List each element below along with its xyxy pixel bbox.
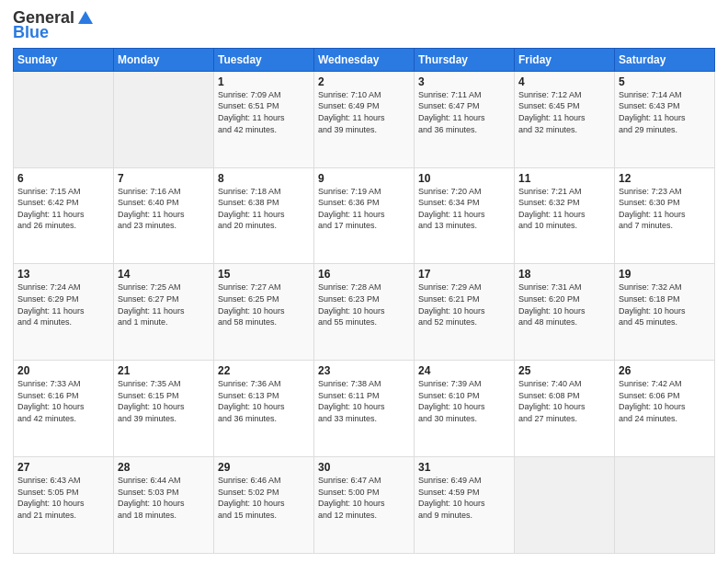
day-number: 18 [518, 268, 610, 281]
day-info: Sunrise: 7:15 AM Sunset: 6:42 PM Dayligh… [17, 186, 109, 232]
day-info: Sunrise: 7:16 AM Sunset: 6:40 PM Dayligh… [118, 186, 210, 232]
day-info: Sunrise: 7:31 AM Sunset: 6:20 PM Dayligh… [518, 282, 610, 327]
day-cell [114, 71, 214, 167]
day-info: Sunrise: 7:09 AM Sunset: 6:51 PM Dayligh… [218, 89, 310, 135]
day-number: 25 [518, 364, 610, 377]
day-number: 14 [118, 268, 210, 281]
day-info: Sunrise: 7:11 AM Sunset: 6:47 PM Dayligh… [418, 89, 510, 135]
day-number: 6 [17, 172, 109, 185]
day-cell: 24Sunrise: 7:39 AM Sunset: 6:10 PM Dayli… [415, 361, 515, 457]
day-info: Sunrise: 6:46 AM Sunset: 5:02 PM Dayligh… [218, 475, 310, 521]
day-info: Sunrise: 7:33 AM Sunset: 6:16 PM Dayligh… [17, 378, 109, 424]
day-number: 10 [418, 172, 510, 185]
day-number: 5 [619, 75, 711, 88]
day-cell: 7Sunrise: 7:16 AM Sunset: 6:40 PM Daylig… [114, 167, 214, 264]
day-number: 30 [318, 461, 410, 474]
calendar-body: 1Sunrise: 7:09 AM Sunset: 6:51 PM Daylig… [14, 71, 715, 553]
weekday-header-wednesday: Wednesday [314, 48, 415, 71]
day-number: 28 [118, 461, 210, 474]
day-cell: 28Sunrise: 6:44 AM Sunset: 5:03 PM Dayli… [114, 457, 214, 554]
day-number: 26 [619, 364, 711, 377]
day-cell: 3Sunrise: 7:11 AM Sunset: 6:47 PM Daylig… [415, 71, 515, 167]
day-info: Sunrise: 7:18 AM Sunset: 6:38 PM Dayligh… [218, 186, 310, 232]
day-number: 11 [518, 172, 610, 185]
day-info: Sunrise: 7:23 AM Sunset: 6:30 PM Dayligh… [619, 186, 711, 232]
day-number: 3 [418, 75, 510, 88]
day-cell: 2Sunrise: 7:10 AM Sunset: 6:49 PM Daylig… [314, 71, 415, 167]
day-cell: 25Sunrise: 7:40 AM Sunset: 6:08 PM Dayli… [515, 361, 615, 457]
day-number: 19 [619, 268, 711, 281]
day-cell: 1Sunrise: 7:09 AM Sunset: 6:51 PM Daylig… [214, 71, 314, 167]
day-info: Sunrise: 7:28 AM Sunset: 6:23 PM Dayligh… [318, 282, 410, 327]
day-cell [615, 457, 715, 554]
day-number: 23 [318, 364, 410, 377]
day-cell: 29Sunrise: 6:46 AM Sunset: 5:02 PM Dayli… [214, 457, 314, 554]
day-info: Sunrise: 7:12 AM Sunset: 6:45 PM Dayligh… [518, 89, 610, 135]
day-cell: 18Sunrise: 7:31 AM Sunset: 6:20 PM Dayli… [515, 264, 615, 361]
day-number: 21 [118, 364, 210, 377]
day-number: 9 [318, 172, 410, 185]
weekday-header-tuesday: Tuesday [214, 48, 314, 71]
day-info: Sunrise: 7:38 AM Sunset: 6:11 PM Dayligh… [318, 378, 410, 424]
day-number: 24 [418, 364, 510, 377]
day-cell: 19Sunrise: 7:32 AM Sunset: 6:18 PM Dayli… [615, 264, 715, 361]
day-number: 27 [17, 461, 109, 474]
header: General Blue [13, 9, 715, 42]
day-info: Sunrise: 7:35 AM Sunset: 6:15 PM Dayligh… [118, 378, 210, 424]
day-cell: 5Sunrise: 7:14 AM Sunset: 6:43 PM Daylig… [615, 71, 715, 167]
week-row-2: 6Sunrise: 7:15 AM Sunset: 6:42 PM Daylig… [14, 167, 715, 264]
day-number: 12 [619, 172, 711, 185]
week-row-5: 27Sunrise: 6:43 AM Sunset: 5:05 PM Dayli… [14, 457, 715, 554]
day-info: Sunrise: 7:19 AM Sunset: 6:36 PM Dayligh… [318, 186, 410, 232]
day-cell: 23Sunrise: 7:38 AM Sunset: 6:11 PM Dayli… [314, 361, 415, 457]
day-number: 2 [318, 75, 410, 88]
weekday-header-friday: Friday [515, 48, 615, 71]
day-info: Sunrise: 7:14 AM Sunset: 6:43 PM Dayligh… [619, 89, 711, 135]
day-cell: 27Sunrise: 6:43 AM Sunset: 5:05 PM Dayli… [14, 457, 114, 554]
day-cell: 20Sunrise: 7:33 AM Sunset: 6:16 PM Dayli… [14, 361, 114, 457]
day-cell: 15Sunrise: 7:27 AM Sunset: 6:25 PM Dayli… [214, 264, 314, 361]
day-info: Sunrise: 7:40 AM Sunset: 6:08 PM Dayligh… [518, 378, 610, 424]
day-number: 31 [418, 461, 510, 474]
day-cell: 12Sunrise: 7:23 AM Sunset: 6:30 PM Dayli… [615, 167, 715, 264]
day-number: 22 [218, 364, 310, 377]
day-info: Sunrise: 7:27 AM Sunset: 6:25 PM Dayligh… [218, 282, 310, 327]
week-row-4: 20Sunrise: 7:33 AM Sunset: 6:16 PM Dayli… [14, 361, 715, 457]
day-info: Sunrise: 7:39 AM Sunset: 6:10 PM Dayligh… [418, 378, 510, 424]
day-info: Sunrise: 6:47 AM Sunset: 5:00 PM Dayligh… [318, 475, 410, 521]
day-number: 7 [118, 172, 210, 185]
day-info: Sunrise: 6:43 AM Sunset: 5:05 PM Dayligh… [17, 475, 109, 521]
day-cell: 6Sunrise: 7:15 AM Sunset: 6:42 PM Daylig… [14, 167, 114, 264]
weekday-header-saturday: Saturday [615, 48, 715, 71]
day-cell: 26Sunrise: 7:42 AM Sunset: 6:06 PM Dayli… [615, 361, 715, 457]
page: General Blue SundayMondayTuesdayWednesda… [0, 0, 728, 563]
day-info: Sunrise: 7:42 AM Sunset: 6:06 PM Dayligh… [619, 378, 711, 424]
day-info: Sunrise: 6:49 AM Sunset: 4:59 PM Dayligh… [418, 475, 510, 521]
week-row-1: 1Sunrise: 7:09 AM Sunset: 6:51 PM Daylig… [14, 71, 715, 167]
day-info: Sunrise: 7:24 AM Sunset: 6:29 PM Dayligh… [17, 282, 109, 327]
day-cell: 22Sunrise: 7:36 AM Sunset: 6:13 PM Dayli… [214, 361, 314, 457]
day-number: 17 [418, 268, 510, 281]
day-cell: 13Sunrise: 7:24 AM Sunset: 6:29 PM Dayli… [14, 264, 114, 361]
day-cell: 8Sunrise: 7:18 AM Sunset: 6:38 PM Daylig… [214, 167, 314, 264]
day-number: 15 [218, 268, 310, 281]
day-cell: 16Sunrise: 7:28 AM Sunset: 6:23 PM Dayli… [314, 264, 415, 361]
day-number: 29 [218, 461, 310, 474]
day-info: Sunrise: 7:29 AM Sunset: 6:21 PM Dayligh… [418, 282, 510, 327]
day-number: 13 [17, 268, 109, 281]
weekday-header-thursday: Thursday [415, 48, 515, 71]
day-cell [515, 457, 615, 554]
calendar-header: SundayMondayTuesdayWednesdayThursdayFrid… [14, 48, 715, 71]
logo-icon [76, 9, 95, 28]
day-info: Sunrise: 7:20 AM Sunset: 6:34 PM Dayligh… [418, 186, 510, 232]
weekday-header-sunday: Sunday [14, 48, 114, 71]
logo: General Blue [13, 9, 95, 42]
weekday-header-monday: Monday [114, 48, 214, 71]
day-info: Sunrise: 7:21 AM Sunset: 6:32 PM Dayligh… [518, 186, 610, 232]
day-number: 8 [218, 172, 310, 185]
day-cell: 9Sunrise: 7:19 AM Sunset: 6:36 PM Daylig… [314, 167, 415, 264]
day-info: Sunrise: 6:44 AM Sunset: 5:03 PM Dayligh… [118, 475, 210, 521]
day-cell: 10Sunrise: 7:20 AM Sunset: 6:34 PM Dayli… [415, 167, 515, 264]
week-row-3: 13Sunrise: 7:24 AM Sunset: 6:29 PM Dayli… [14, 264, 715, 361]
svg-marker-0 [78, 11, 93, 24]
